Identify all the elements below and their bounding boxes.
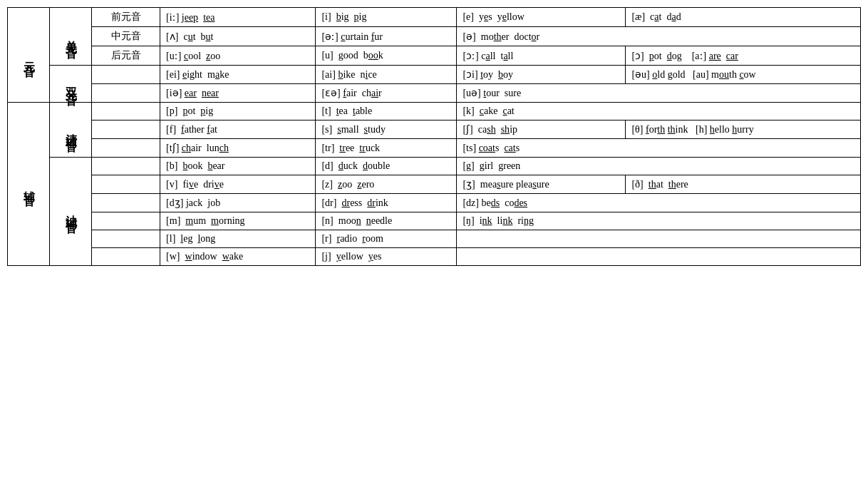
cell-ai: [ai] bike nice <box>316 66 457 84</box>
diphthong-label-empty2 <box>92 84 160 103</box>
cell-dr: [dr] dress drink <box>316 194 457 212</box>
cell-l: [l] leg long <box>160 230 316 248</box>
voiceless-label-empty2 <box>92 120 160 139</box>
cell-b: [b] book bear <box>160 158 316 175</box>
monophthong-group: 单元音 <box>50 8 92 66</box>
diphthong-label-empty <box>92 66 160 84</box>
cell-m: [m] mum morning <box>160 212 316 230</box>
cell-schwa: [ə] mother doctor <box>457 27 861 46</box>
cell-sh: [ʃ] cash ship <box>457 120 626 139</box>
voiced-label-empty4 <box>92 212 160 230</box>
voiced-group: 浊辅音 <box>50 158 92 266</box>
cell-r-empty <box>457 230 861 248</box>
voiceless-group: 清辅音 <box>50 103 92 158</box>
voiced-label-empty5 <box>92 230 160 248</box>
cell-z: [z] zoo zero <box>316 175 457 194</box>
word-jeep: jeep <box>182 12 198 23</box>
cell-u-short: [u] good book <box>316 46 457 66</box>
word-dad: a <box>671 11 676 22</box>
cell-zh: [ʒ] measure pleasure <box>457 175 626 194</box>
cell-g: [g] girl green <box>457 158 861 175</box>
cell-i-long: [iː] jeep tea <box>160 8 316 27</box>
cell-eu: [əu] old gold [au] mouth cow <box>626 66 861 84</box>
cell-ea: [ɛə] fair chair <box>316 84 457 103</box>
cell-ae: [æ] cat dad <box>626 8 861 27</box>
word-tea: tea <box>203 12 215 23</box>
cell-k: [k] cake cat <box>457 103 861 120</box>
consonant-group: 辅音 <box>8 103 50 266</box>
cell-dzh: [dʒ] jack job <box>160 194 316 212</box>
cell-dz: [dz] beds codes <box>457 194 861 212</box>
cell-ue: [uə] tour sure <box>457 84 861 103</box>
cell-i-short: [i] big pig <box>316 8 457 27</box>
phonetics-table: 元音 单元音 前元音 [iː] jeep tea [i] big pig [e]… <box>7 7 861 266</box>
voiced-label-empty2 <box>92 175 160 194</box>
cell-u-long: [uː] cool zoo <box>160 46 316 66</box>
cell-o-short: [ɔ] pot dog [aː] are car <box>626 46 861 66</box>
cell-ie: [iə] ear near <box>160 84 316 103</box>
word-pig: p <box>354 11 359 22</box>
cell-p: [p] pot pig <box>160 103 316 120</box>
cell-ng: [ŋ] ink link ring <box>457 212 861 230</box>
voiced-label-empty3 <box>92 194 160 212</box>
back-label: 后元音 <box>92 46 160 66</box>
cell-f: [f] father fat <box>160 120 316 139</box>
word-big: b <box>336 11 341 22</box>
cell-ts: [ts] coats cats <box>457 139 861 158</box>
diphthong-group: 双元音 <box>50 66 92 103</box>
word-cat: a <box>654 11 658 22</box>
voiced-label-empty <box>92 158 160 175</box>
cell-j-empty <box>457 248 861 266</box>
cell-t: [t] tea table <box>316 103 457 120</box>
voiced-label-empty6 <box>92 248 160 266</box>
cell-r: [r] radio room <box>316 230 457 248</box>
cell-s: [s] small study <box>316 120 457 139</box>
cell-e: [e] yes yellow <box>457 8 626 27</box>
cell-tr: [tr] tree truck <box>316 139 457 158</box>
cell-schwa-long: [əː] curtain fur <box>316 27 457 46</box>
word-yellow: e <box>502 11 507 22</box>
front-label: 前元音 <box>92 8 160 27</box>
cell-v: [v] five drive <box>160 175 316 194</box>
word-yes: e <box>484 11 488 22</box>
cell-j: [j] yellow yes <box>316 248 457 266</box>
cell-d: [d] duck double <box>316 158 457 175</box>
cell-th: [ð] that there <box>626 175 861 194</box>
cell-w: [w] window wake <box>160 248 316 266</box>
mid-label: 中元音 <box>92 27 160 46</box>
cell-ei: [ei] eight make <box>160 66 316 84</box>
cell-tsh: [tʃ] chair lunch <box>160 139 316 158</box>
cell-oi: [ɔi] toy boy <box>457 66 626 84</box>
vowel-group: 元音 <box>8 8 50 103</box>
cell-n: [n] moon needle <box>316 212 457 230</box>
voiceless-label-empty <box>92 103 160 120</box>
cell-th-v: [θ] forth think [h] hello hurry <box>626 120 861 139</box>
voiceless-label-empty3 <box>92 139 160 158</box>
cell-lambda: [ʌ] cut but <box>160 27 316 46</box>
cell-o-long: [ɔː] call tall <box>457 46 626 66</box>
